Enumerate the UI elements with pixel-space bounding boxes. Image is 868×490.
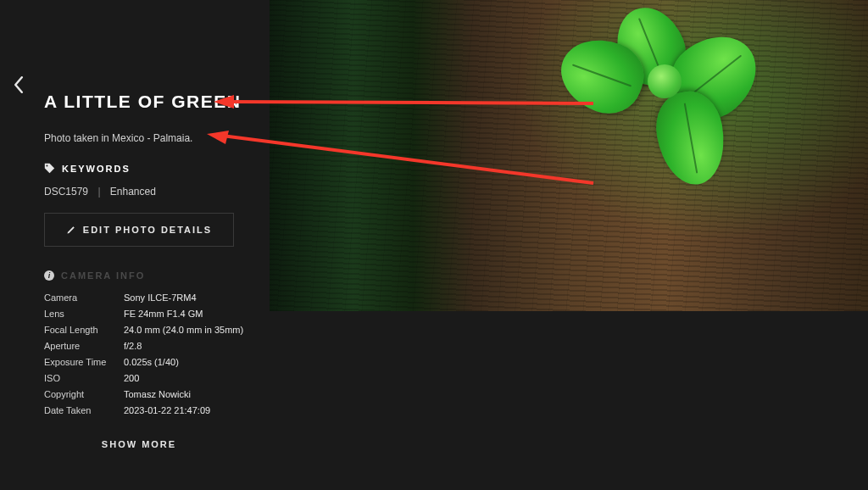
keyword-item: DSC1579 <box>44 186 88 198</box>
leaf-bud <box>648 64 682 98</box>
meta-label-lens: Lens <box>44 309 124 319</box>
meta-value-focal: 24.0 mm (24.0 mm in 35mm) <box>124 325 254 335</box>
back-button[interactable] <box>8 75 29 95</box>
meta-label-exposure: Exposure Time <box>44 357 124 367</box>
meta-label-iso: ISO <box>44 373 124 383</box>
show-more-button[interactable]: SHOW MORE <box>44 439 234 449</box>
meta-value-iso: 200 <box>124 373 254 383</box>
info-icon: i <box>44 270 54 281</box>
meta-value-exposure: 0.025s (1/40) <box>124 357 254 367</box>
photo-texture <box>270 0 868 311</box>
camera-meta-table: Camera Sony ILCE-7RM4 Lens FE 24mm F1.4 … <box>44 292 254 415</box>
keywords-list: DSC1579 | Enhanced <box>44 186 254 198</box>
photo-caption: Photo taken in Mexico - Palmaia. <box>44 132 254 144</box>
keyword-item: Enhanced <box>110 186 156 198</box>
photo-title: A LITTLE OF GREEN <box>44 92 254 112</box>
camera-info-header-row: i CAMERA INFO <box>44 270 254 281</box>
edit-button-label: EDIT PHOTO DETAILS <box>83 225 212 235</box>
meta-value-aperture: f/2.8 <box>124 341 254 351</box>
svg-point-0 <box>46 164 47 166</box>
meta-label-copyright: Copyright <box>44 389 124 399</box>
photo-details-panel: A LITTLE OF GREEN Photo taken in Mexico … <box>44 92 254 449</box>
meta-value-date: 2023-01-22 21:47:09 <box>124 405 254 415</box>
photo-preview[interactable] <box>270 0 868 311</box>
meta-label-focal: Focal Length <box>44 325 124 335</box>
keywords-header: KEYWORDS <box>62 164 131 174</box>
pencil-icon <box>66 225 76 235</box>
camera-info-header: CAMERA INFO <box>61 270 145 281</box>
tag-icon <box>44 163 55 174</box>
meta-value-copyright: Tomasz Nowicki <box>124 389 254 399</box>
keywords-header-row: KEYWORDS <box>44 163 254 174</box>
meta-value-lens: FE 24mm F1.4 GM <box>124 309 254 319</box>
meta-label-aperture: Aperture <box>44 341 124 351</box>
meta-label-date: Date Taken <box>44 405 124 415</box>
meta-label-camera: Camera <box>44 292 124 303</box>
chevron-left-icon <box>13 76 25 93</box>
edit-photo-details-button[interactable]: EDIT PHOTO DETAILS <box>44 213 234 247</box>
meta-value-camera: Sony ILCE-7RM4 <box>124 292 254 303</box>
keyword-divider: | <box>97 186 100 198</box>
